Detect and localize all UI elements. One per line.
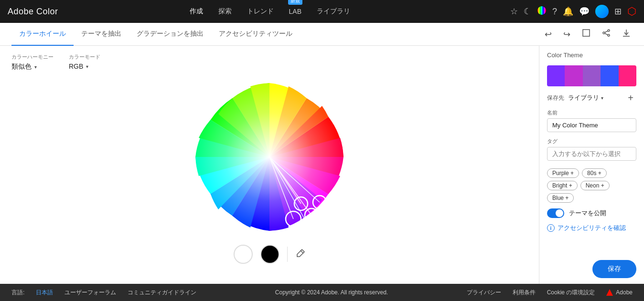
footer-language-label: 言語: — [11, 289, 24, 297]
crop-button[interactable] — [580, 27, 592, 42]
publish-toggle-row: テーマを公開 — [547, 208, 636, 218]
bell-icon[interactable]: 🔔 — [563, 6, 573, 17]
library-value: ライブラリ — [568, 93, 599, 102]
left-panel: カラーハーモニー 類似色 ▾ カラーモード RGB ▾ — [0, 46, 539, 284]
tab-accessibility[interactable]: アクセシビリティツール — [211, 23, 300, 46]
swatch-4[interactable] — [601, 65, 618, 86]
nav-item-trends[interactable]: トレンド — [247, 5, 274, 18]
tab-extract-gradient[interactable]: グラデーションを抽出 — [129, 23, 211, 46]
save-button[interactable]: 保存 — [592, 260, 636, 278]
add-library-button[interactable]: + — [625, 92, 636, 104]
help-icon[interactable]: ? — [552, 7, 557, 17]
controls-row: カラーハーモニー 類似色 ▾ カラーモード RGB ▾ — [11, 53, 100, 71]
footer-adobe: Adobe — [606, 289, 633, 296]
white-swatch[interactable] — [234, 245, 253, 264]
redo-button[interactable]: ↪ — [561, 27, 572, 42]
svg-marker-23 — [606, 289, 613, 296]
adobe-icon[interactable]: ⬡ — [627, 5, 636, 18]
footer-brand: Adobe — [616, 289, 633, 296]
main-content: カラーハーモニー 類似色 ▾ カラーモード RGB ▾ — [0, 46, 644, 284]
color-wheel[interactable] — [193, 81, 346, 233]
nav-item-create[interactable]: 作成 — [190, 5, 203, 18]
nav-item-lab[interactable]: 新規 LAB — [289, 6, 301, 17]
apps-icon[interactable]: ⊞ — [614, 6, 622, 17]
tag-neon[interactable]: Neon + — [580, 181, 610, 190]
toolbar-actions: ↩ ↪ — [543, 27, 633, 42]
download-button[interactable] — [620, 27, 633, 42]
tag-field-group: タグ — [547, 138, 636, 161]
svg-point-1 — [537, 6, 546, 15]
svg-point-3 — [608, 30, 610, 31]
info-icon: i — [547, 224, 555, 232]
swatch-3[interactable] — [583, 65, 601, 86]
share-button[interactable] — [600, 27, 612, 42]
swatch-1[interactable] — [547, 65, 565, 86]
tag-blue[interactable]: Blue + — [547, 193, 574, 203]
eyedropper-button[interactable] — [295, 248, 306, 261]
chat-icon[interactable]: 💬 — [579, 6, 590, 17]
footer-language-link[interactable]: 日本語 — [36, 289, 53, 297]
footer-community[interactable]: コミュニティガイドライン — [128, 289, 196, 297]
harmony-label: カラーハーモニー — [11, 53, 54, 61]
tag-purple[interactable]: Purple + — [547, 168, 579, 178]
save-row: 保存先 ライブラリ ▾ + — [547, 92, 636, 104]
nav-item-explore[interactable]: 探索 — [218, 5, 232, 18]
swatch-5[interactable] — [619, 65, 636, 86]
black-swatch[interactable] — [260, 245, 279, 264]
tag-bright[interactable]: Bright + — [547, 181, 578, 190]
harmony-chevron: ▾ — [34, 64, 37, 70]
accessibility-text: アクセシビリティを確認 — [558, 224, 626, 232]
publish-toggle[interactable] — [547, 208, 564, 218]
user-avatar[interactable] — [595, 5, 609, 18]
save-label: 保存先 — [547, 94, 564, 102]
footer-copyright: Copyright © 2024 Adobe. All rights reser… — [275, 289, 388, 296]
svg-line-6 — [605, 31, 608, 32]
footer-privacy[interactable]: プライバシー — [467, 289, 501, 297]
svg-line-7 — [605, 33, 608, 35]
right-panel: Color Theme 保存先 ライブラリ ▾ + 名前 タグ — [539, 46, 644, 284]
moon-icon[interactable]: ☾ — [524, 6, 531, 17]
svg-rect-2 — [583, 30, 590, 36]
harmony-control: カラーハーモニー 類似色 ▾ — [11, 53, 54, 71]
mode-selector[interactable]: RGB ▾ — [69, 62, 100, 70]
swatch-2[interactable] — [565, 65, 582, 86]
tab-color-wheel[interactable]: カラーホイール — [11, 23, 74, 46]
name-field-group: 名前 — [547, 109, 636, 132]
star-icon[interactable]: ☆ — [510, 6, 518, 17]
accessibility-link[interactable]: i アクセシビリティを確認 — [547, 224, 636, 232]
footer: 言語: 日本語 ユーザーフォーラム コミュニティガイドライン Copyright… — [0, 284, 644, 301]
footer-cookie[interactable]: Cookie の環境設定 — [547, 289, 595, 297]
undo-button[interactable]: ↩ — [543, 27, 554, 42]
theme-swatches — [547, 65, 636, 86]
new-badge: 新規 — [288, 0, 302, 5]
publish-label: テーマを公開 — [569, 209, 606, 218]
tag-label: タグ — [547, 138, 636, 145]
name-label: 名前 — [547, 109, 636, 116]
tools-divider — [287, 247, 288, 262]
app-header: Adobe Color 作成 探索 トレンド 新規 LAB ライブラリ ☆ ☾ — [0, 0, 644, 23]
bottom-tools — [234, 245, 306, 264]
tag-80s[interactable]: 80s + — [582, 168, 607, 178]
nav-item-library[interactable]: ライブラリ — [317, 5, 350, 18]
footer-forum[interactable]: ユーザーフォーラム — [64, 289, 116, 297]
tags-container: Purple + 80s + Bright + Neon + Blue + — [547, 168, 636, 203]
wheel-container — [193, 81, 346, 235]
toggle-thumb — [556, 209, 563, 217]
tab-extract-theme[interactable]: テーマを抽出 — [74, 23, 129, 46]
mode-chevron: ▾ — [86, 64, 88, 69]
library-chevron: ▾ — [601, 95, 603, 101]
svg-point-5 — [608, 34, 610, 36]
header-right: ☆ ☾ ? 🔔 💬 — [510, 5, 636, 18]
name-input[interactable] — [547, 118, 636, 132]
library-selector[interactable]: ライブラリ ▾ — [568, 93, 621, 102]
color-wheel-icon[interactable] — [537, 6, 547, 18]
footer-terms[interactable]: 利用条件 — [513, 289, 536, 297]
harmony-selector[interactable]: 類似色 ▾ — [11, 62, 54, 71]
main-nav: 作成 探索 トレンド 新規 LAB ライブラリ — [45, 5, 495, 18]
tag-input[interactable] — [547, 147, 636, 161]
svg-point-4 — [603, 32, 605, 34]
mode-control: カラーモード RGB ▾ — [69, 53, 100, 71]
toolbar: カラーホイール テーマを抽出 グラデーションを抽出 アクセシビリティツール ↩ … — [0, 23, 644, 46]
mode-label: カラーモード — [69, 53, 100, 61]
color-theme-title: Color Theme — [547, 52, 636, 59]
